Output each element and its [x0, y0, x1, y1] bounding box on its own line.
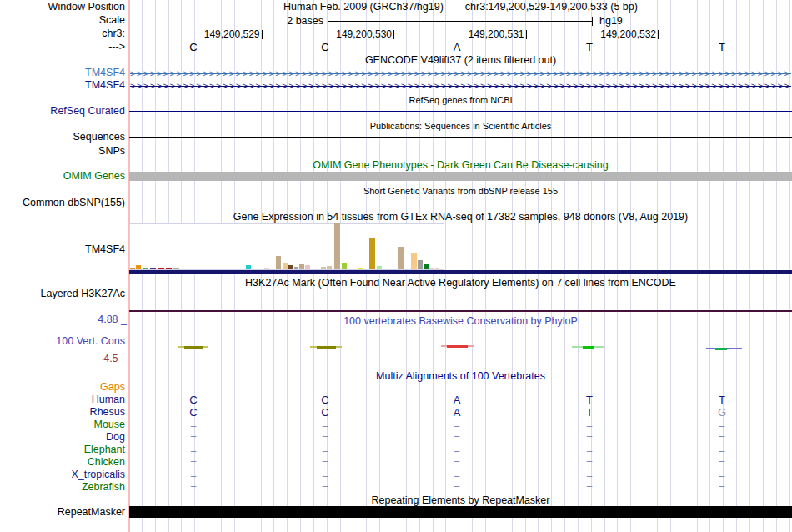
gencode-transcript-line[interactable]: >>>>>>>>>>>>>>>>>>>>>>>>>>>>>>>>>>>>>>>>… — [130, 81, 791, 92]
track-label-100-vert-cons[interactable]: 100 Vert. Cons — [0, 336, 125, 347]
assembly-name: Human Feb. 2009 (GRCh37/hg19) — [283, 1, 444, 13]
multiz-alignment-cell: = — [713, 482, 731, 493]
multiz-alignment-cell: = — [184, 469, 203, 480]
track-label-omim-genes[interactable]: OMIM Genes — [0, 171, 125, 182]
multiz-alignment-cell: = — [184, 419, 203, 430]
gene-label-tm4sf4-2[interactable]: TM4SF4 — [0, 80, 125, 91]
track-label-refseq-curated[interactable]: RefSeq Curated — [0, 106, 125, 117]
multiz-alignment-cell: A — [448, 407, 466, 418]
multiz-species-label[interactable]: Zebrafish — [0, 482, 125, 493]
genome-browser-image: Window Position Scale chr3: ---> Human F… — [0, 0, 792, 532]
gtex-tissue-bar — [369, 238, 375, 269]
track-label-sequences[interactable]: Sequences — [0, 132, 125, 143]
multiz-alignment-cell: C — [316, 394, 334, 405]
track-title-gtex[interactable]: Gene Expression in 54 tissues from GTEx … — [129, 212, 792, 223]
multiz-alignment-cell: = — [580, 457, 599, 468]
multiz-alignment-cell: A — [448, 394, 466, 405]
gtex-tissue-bar — [327, 266, 332, 269]
omim-gene-bar[interactable] — [129, 172, 792, 181]
gtex-tissue-bar — [435, 268, 439, 269]
coordinate-tick — [526, 30, 527, 39]
gtex-tissue-bar — [305, 265, 310, 269]
track-title-gencode[interactable]: GENCODE V49lift37 (2 items filtered out) — [129, 55, 792, 66]
track-label-snps[interactable]: SNPs — [0, 146, 125, 157]
multiz-alignment-cell: = — [580, 482, 599, 493]
track-title-publications[interactable]: Publications: Sequences in Scientific Ar… — [129, 121, 792, 131]
phylop-wiggle-mark-core — [184, 346, 203, 349]
gtex-expression-chart[interactable] — [129, 223, 444, 270]
multiz-alignment-cell: = — [316, 432, 334, 443]
gtex-tissue-bar — [429, 268, 434, 269]
track-label-repeatmasker[interactable]: RepeatMasker — [0, 507, 125, 518]
multiz-alignment-cell: = — [448, 469, 466, 480]
multiz-alignment-cell: = — [580, 444, 599, 455]
multiz-alignment-cell: = — [448, 482, 466, 493]
multiz-species-label[interactable]: Rhesus — [0, 407, 125, 418]
multiz-alignment-cell: = — [448, 457, 466, 468]
gtex-tissue-bar — [143, 268, 148, 269]
track-title-multiz[interactable]: Multiz Alignments of 100 Vertebrates — [129, 371, 792, 382]
multiz-species-label[interactable]: Chicken — [0, 457, 125, 468]
phylop-wiggle-mark-core — [317, 346, 336, 349]
row-label-scale: Scale — [0, 15, 125, 26]
scale-bar-left-tick — [328, 17, 328, 26]
gtex-tissue-bar — [150, 268, 156, 269]
reference-base: A — [448, 42, 466, 53]
track-title-omim[interactable]: OMIM Gene Phenotypes - Dark Green Can Be… — [129, 160, 792, 171]
gtex-tissue-bar — [398, 247, 404, 269]
multiz-species-label[interactable]: Human — [0, 394, 125, 405]
row-label-window-position: Window Position — [0, 2, 125, 13]
track-title-refseq[interactable]: RefSeq genes from NCBI — [129, 95, 792, 105]
multiz-alignment-cell: = — [713, 432, 731, 443]
multiz-alignment-cell: = — [316, 444, 334, 455]
gtex-tissue-bar — [342, 263, 347, 269]
multiz-alignment-cell: = — [316, 457, 334, 468]
gtex-tissue-bar — [130, 268, 135, 269]
track-label-gtex-gene[interactable]: TM4SF4 — [0, 244, 125, 255]
gtex-tissue-bar — [418, 260, 423, 269]
multiz-species-label[interactable]: Mouse — [0, 419, 125, 430]
gtex-tissue-bar — [158, 268, 164, 269]
gtex-tissue-bar — [424, 264, 429, 269]
multiz-species-label[interactable]: Elephant — [0, 444, 125, 455]
multiz-alignment-cell: = — [184, 444, 203, 455]
multiz-alignment-cell: T — [580, 407, 599, 418]
gtex-tissue-bar — [411, 253, 417, 269]
h3k27ac-baseline — [129, 310, 792, 312]
assembly-short-name: hg19 — [599, 16, 623, 27]
multiz-alignment-cell: = — [184, 432, 203, 443]
multiz-alignment-cell: = — [713, 444, 731, 455]
track-title-dbsnp[interactable]: Short Genetic Variants from dbSNP releas… — [129, 186, 792, 196]
track-label-h3k27ac[interactable]: Layered H3K27Ac — [0, 289, 125, 299]
multiz-alignment-cell: = — [448, 419, 466, 430]
multiz-alignment-cell: = — [448, 444, 466, 455]
gtex-tissue-bar — [173, 268, 179, 269]
reference-base: C — [316, 42, 334, 53]
track-title-phylop[interactable]: 100 vertebrates Basewise Conservation by… — [129, 316, 792, 327]
refseq-gene-line[interactable] — [129, 111, 792, 113]
coordinate-tick — [658, 30, 659, 39]
gtex-tissue-bar — [246, 265, 251, 269]
multiz-alignment-cell: = — [713, 469, 731, 480]
gtex-tissue-bar — [136, 265, 141, 269]
multiz-alignment-cell: T — [580, 394, 599, 405]
phylop-wiggle-mark-core — [447, 345, 468, 348]
track-label-common-dbsnp[interactable]: Common dbSNP(155) — [0, 198, 125, 208]
coordinate-label: 149,200,531 — [443, 29, 524, 39]
gtex-tissue-bar — [358, 268, 363, 269]
multiz-alignment-cell: = — [184, 482, 203, 493]
track-title-repeatmasker[interactable]: Repeating Elements by RepeatMasker — [129, 495, 792, 506]
sequences-item-line[interactable] — [129, 137, 792, 138]
multiz-alignment-cell: = — [448, 432, 466, 443]
multiz-alignment-cell: = — [713, 457, 731, 468]
multiz-species-label[interactable]: Dog — [0, 432, 125, 443]
gtex-tissue-bar — [334, 223, 340, 269]
track-title-h3k27ac[interactable]: H3K27Ac Mark (Often Found Near Active Re… — [129, 278, 792, 289]
multiz-species-label[interactable]: Gaps — [0, 382, 125, 393]
repeatmasker-element-bar[interactable] — [129, 506, 792, 518]
gencode-transcript-line[interactable]: >>>>>>>>>>>>>>>>>>>>>>>>>>>>>>>>>>>>>>>>… — [130, 68, 791, 79]
gtex-tissue-bar — [377, 266, 382, 269]
multiz-species-label[interactable]: X_tropicalis — [0, 469, 125, 480]
gtex-gene-model-line[interactable] — [129, 270, 792, 274]
gene-label-tm4sf4-1[interactable]: TM4SF4 — [0, 68, 125, 78]
